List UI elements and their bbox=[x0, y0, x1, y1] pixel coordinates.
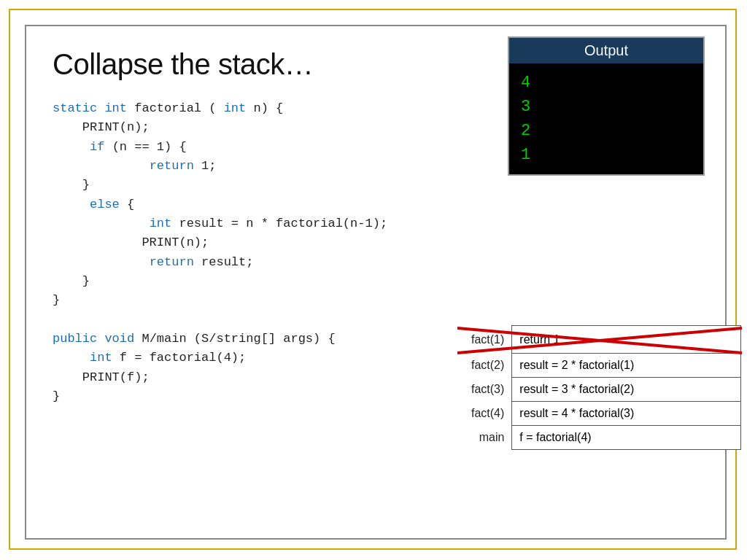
kw-void: void bbox=[104, 332, 134, 346]
code-line-15: } bbox=[53, 387, 476, 406]
page-title: Collapse the stack… bbox=[53, 48, 313, 81]
stack-content-fact3: result = 3 * factorial(2) bbox=[512, 378, 741, 402]
stack-label-fact4: fact(4) bbox=[464, 402, 512, 426]
stack-row-fact2: fact(2) result = 2 * factorial(1) bbox=[464, 354, 741, 378]
output-panel: Output 4 3 2 1 bbox=[508, 36, 705, 176]
kw-public: public bbox=[53, 332, 97, 346]
code-line-5: } bbox=[53, 176, 476, 195]
output-line-3: 2 bbox=[521, 119, 692, 143]
code-line-2: PRINT(n); bbox=[53, 118, 476, 137]
output-line-4: 1 bbox=[521, 143, 692, 167]
stack-content-fact1: return 1 bbox=[512, 326, 741, 354]
inner-border: Collapse the stack… static int factorial… bbox=[25, 25, 727, 540]
stack-label-fact2: fact(2) bbox=[464, 354, 512, 378]
output-line-1: 4 bbox=[521, 71, 692, 95]
outer-border: Collapse the stack… static int factorial… bbox=[9, 9, 737, 550]
code-line-9: return result; bbox=[53, 253, 476, 272]
output-header: Output bbox=[509, 38, 703, 63]
kw-int3: int bbox=[150, 217, 172, 230]
stack-row-fact4: fact(4) result = 4 * factorial(3) bbox=[464, 402, 741, 426]
code-line-12: public void M/main (S/string[] args) { bbox=[53, 330, 476, 349]
code-blank bbox=[53, 311, 476, 330]
stack-row-fact3: fact(3) result = 3 * factorial(2) bbox=[464, 378, 741, 402]
stack-label-main: main bbox=[464, 426, 512, 450]
output-line-2: 3 bbox=[521, 95, 692, 119]
stack-label-fact3: fact(3) bbox=[464, 378, 512, 402]
code-line-4: return 1; bbox=[53, 157, 476, 176]
code-line-10: } bbox=[53, 272, 476, 291]
kw-return2: return bbox=[150, 255, 194, 269]
kw-static: static bbox=[53, 101, 97, 115]
stack-row-fact1: fact(1) return 1 bbox=[464, 326, 741, 354]
kw-int2: int bbox=[224, 101, 247, 115]
stack-content-fact2: result = 2 * factorial(1) bbox=[512, 354, 741, 378]
stack-row-main: main f = factorial(4) bbox=[464, 426, 741, 450]
kw-int4: int bbox=[90, 351, 112, 365]
code-line-13: int f = factorial(4); bbox=[53, 349, 476, 368]
kw-int1: int bbox=[104, 101, 127, 115]
stack-content-main: f = factorial(4) bbox=[512, 426, 741, 450]
stack-label-fact1: fact(1) bbox=[464, 326, 512, 354]
stack-container: fact(1) return 1 fact(2) result = 2 bbox=[464, 325, 741, 450]
code-line-8: PRINT(n); bbox=[53, 233, 476, 252]
code-line-7: int result = n * factorial(n-1); bbox=[53, 214, 476, 233]
kw-if: if bbox=[90, 140, 104, 154]
kw-return1: return bbox=[150, 159, 194, 173]
code-line-3: if (n == 1) { bbox=[53, 138, 476, 157]
code-line-6: else { bbox=[53, 195, 476, 214]
code-line-1: static int factorial ( int n) { bbox=[53, 99, 476, 118]
stack-table: fact(1) return 1 fact(2) result = 2 bbox=[464, 325, 741, 450]
code-line-14: PRINT(f); bbox=[53, 368, 476, 387]
kw-else: else bbox=[90, 198, 120, 211]
stack-content-fact4: result = 4 * factorial(3) bbox=[512, 402, 741, 426]
code-area: static int factorial ( int n) { PRINT(n)… bbox=[53, 99, 476, 407]
code-line-11: } bbox=[53, 291, 476, 310]
output-body: 4 3 2 1 bbox=[509, 63, 703, 174]
